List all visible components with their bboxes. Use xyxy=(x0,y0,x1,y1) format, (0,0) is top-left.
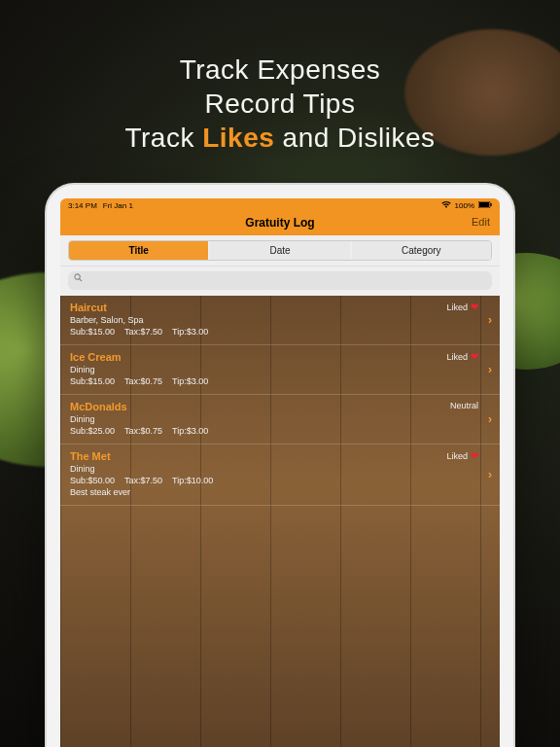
battery-icon xyxy=(478,201,492,210)
page-title: Gratuity Log xyxy=(245,216,314,230)
search-input[interactable] xyxy=(68,271,492,290)
status-time: 3:14 PM xyxy=(68,201,97,210)
headline: Track Expenses Record Tips Track Likes a… xyxy=(0,0,560,155)
nav-bar: Gratuity Log Edit xyxy=(60,212,500,235)
entry-sub: Sub:$15.00 xyxy=(70,327,115,337)
segment-date[interactable]: Date xyxy=(210,241,349,260)
svg-line-4 xyxy=(80,279,83,282)
entry-category: Dining xyxy=(70,365,490,374)
app-screen: 3:14 PM Fri Jan 1 100% Gratuity Log Edit xyxy=(60,198,500,747)
status-badge: Liked❤ xyxy=(446,302,478,312)
entry-category: Dining xyxy=(70,414,490,424)
entry-tip: Tip:$10.00 xyxy=(172,476,213,485)
heart-icon: ❤ xyxy=(471,450,478,461)
status-label: Liked xyxy=(446,352,468,362)
svg-rect-1 xyxy=(479,202,489,207)
entry-title: Haircut xyxy=(70,302,490,313)
svg-rect-2 xyxy=(491,203,492,206)
entry-tax: Tax:$0.75 xyxy=(124,426,162,436)
status-label: Liked xyxy=(446,302,468,312)
headline-line-2: Record Tips xyxy=(0,87,560,121)
status-battery-pct: 100% xyxy=(455,201,474,210)
entry-sub: Sub:$25.00 xyxy=(70,426,115,436)
list-item[interactable]: Liked❤HaircutBarber, Salon, SpaSub:$15.0… xyxy=(60,296,500,345)
entry-title: Ice Cream xyxy=(70,351,490,363)
entry-tax: Tax:$0.75 xyxy=(124,376,162,386)
entry-tax: Tax:$7.50 xyxy=(124,476,162,485)
chevron-right-icon: › xyxy=(488,412,492,426)
entry-sub: Sub:$15.00 xyxy=(70,376,115,386)
status-date: Fri Jan 1 xyxy=(103,201,133,210)
entry-amounts: Sub:$50.00Tax:$7.50Tip:$10.00 xyxy=(70,476,490,485)
status-label: Neutral xyxy=(450,401,478,410)
promo-background: Track Expenses Record Tips Track Likes a… xyxy=(0,0,560,747)
svg-point-3 xyxy=(75,274,80,279)
entry-tip: Tip:$3.00 xyxy=(172,376,208,386)
status-badge: Liked❤ xyxy=(446,351,478,362)
entry-note: Best steak ever xyxy=(70,487,490,497)
entry-amounts: Sub:$25.00Tax:$0.75Tip:$3.00 xyxy=(70,426,490,436)
status-badge: Liked❤ xyxy=(446,450,478,461)
search-wrap xyxy=(60,267,500,296)
entry-tip: Tip:$3.00 xyxy=(172,426,208,436)
entry-amounts: Sub:$15.00Tax:$7.50Tip:$3.00 xyxy=(70,327,490,337)
heart-icon: ❤ xyxy=(471,302,478,312)
segment-title[interactable]: Title xyxy=(69,241,208,260)
chevron-right-icon: › xyxy=(488,313,492,327)
chevron-right-icon: › xyxy=(488,363,492,376)
entry-category: Barber, Salon, Spa xyxy=(70,315,490,325)
list-item[interactable]: NeutralMcDonaldsDiningSub:$25.00Tax:$0.7… xyxy=(60,395,500,445)
entry-tip: Tip:$3.00 xyxy=(172,327,208,337)
entry-tax: Tax:$7.50 xyxy=(124,327,162,337)
status-bar: 3:14 PM Fri Jan 1 100% xyxy=(60,198,500,212)
segmented-control: Title Date Category xyxy=(60,235,500,267)
entry-amounts: Sub:$15.00Tax:$0.75Tip:$3.00 xyxy=(70,376,490,386)
heart-icon: ❤ xyxy=(471,351,478,362)
edit-button[interactable]: Edit xyxy=(472,216,490,228)
entry-sub: Sub:$50.00 xyxy=(70,476,115,485)
list-item[interactable]: Liked❤Ice CreamDiningSub:$15.00Tax:$0.75… xyxy=(60,345,500,395)
tablet-frame: 3:14 PM Fri Jan 1 100% Gratuity Log Edit xyxy=(47,185,513,747)
entry-title: McDonalds xyxy=(70,401,490,412)
entry-title: The Met xyxy=(70,450,490,462)
headline-accent: Likes xyxy=(202,123,274,153)
chevron-right-icon: › xyxy=(488,468,492,481)
search-icon xyxy=(74,273,83,284)
wifi-icon xyxy=(441,200,451,210)
status-badge: Neutral xyxy=(450,401,478,410)
status-label: Liked xyxy=(446,451,468,461)
segment-category[interactable]: Category xyxy=(352,241,491,260)
headline-line-1: Track Expenses xyxy=(0,53,560,87)
entries-list[interactable]: Liked❤HaircutBarber, Salon, SpaSub:$15.0… xyxy=(60,296,500,747)
headline-line-3: Track Likes and Dislikes xyxy=(0,121,560,155)
list-item[interactable]: Liked❤The MetDiningSub:$50.00Tax:$7.50Ti… xyxy=(60,445,500,506)
entry-category: Dining xyxy=(70,464,490,474)
